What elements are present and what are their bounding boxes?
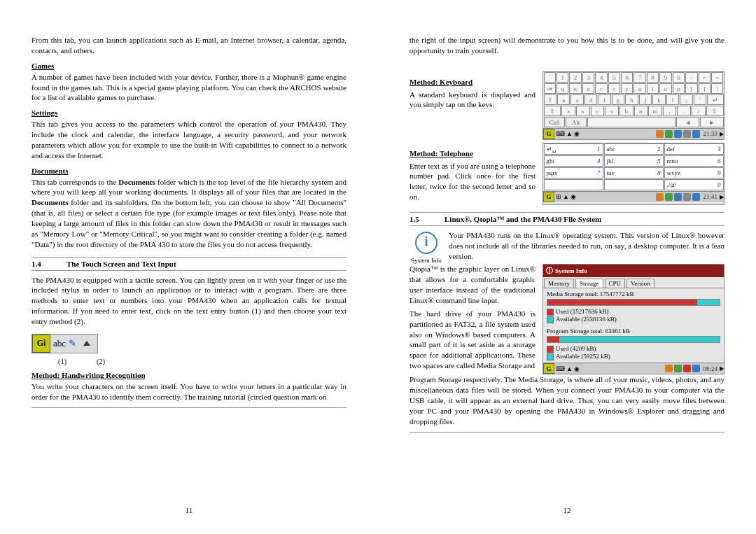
- key[interactable]: ,: [663, 106, 677, 116]
- key[interactable]: s: [570, 94, 583, 105]
- key[interactable]: 8: [647, 72, 659, 83]
- phone-keypad[interactable]: ↵␣1abc2def3 ghi4jkl5mno6 pqrs7tuv8wxyz9 …: [542, 143, 724, 205]
- key[interactable]: y: [621, 83, 633, 94]
- key[interactable]: d: [584, 94, 597, 105]
- tray-icon[interactable]: [674, 130, 682, 138]
- alt-key[interactable]: Alt: [566, 117, 587, 127]
- phone-key[interactable]: jkl5: [604, 155, 664, 167]
- tray-icon[interactable]: [683, 193, 691, 201]
- key[interactable]: w: [569, 83, 581, 94]
- key[interactable]: c: [591, 106, 605, 116]
- key[interactable]: 3: [582, 72, 594, 83]
- phone-key[interactable]: abc2: [604, 143, 664, 155]
- launcher-icon[interactable]: Gi: [32, 335, 50, 353]
- launcher-icon[interactable]: G: [543, 129, 554, 139]
- page-left: From this tab, you can launch applicatio…: [0, 0, 378, 534]
- key[interactable]: k: [652, 94, 665, 105]
- key[interactable]: 7: [634, 72, 645, 83]
- battery-icon[interactable]: [692, 130, 700, 138]
- battery-icon[interactable]: [692, 193, 700, 201]
- key[interactable]: 2: [569, 72, 581, 83]
- phone-key[interactable]: ./@0: [664, 179, 724, 190]
- key[interactable]: g: [612, 94, 624, 105]
- tab-memory[interactable]: Memory: [544, 279, 574, 288]
- shift-key[interactable]: ⇧: [706, 106, 724, 116]
- ctrl-key[interactable]: Ctrl: [544, 117, 565, 127]
- key[interactable]: r: [595, 83, 607, 94]
- tab-cpu[interactable]: CPU: [605, 279, 626, 288]
- key[interactable]: q: [556, 83, 568, 94]
- tabs: Memory Storage CPU Version: [543, 277, 724, 288]
- tray-icon[interactable]: [683, 365, 691, 372]
- tray-icon[interactable]: [665, 365, 673, 372]
- backspace-key[interactable]: ←: [711, 72, 723, 83]
- prog-used-legend: Used (4209 kB): [547, 345, 720, 353]
- key[interactable]: ►: [700, 117, 723, 127]
- battery-icon[interactable]: [692, 365, 700, 372]
- key[interactable]: p: [673, 83, 685, 94]
- key[interactable]: z: [561, 106, 575, 116]
- key[interactable]: \: [711, 83, 723, 94]
- key[interactable]: j: [639, 94, 652, 105]
- key[interactable]: 4: [595, 72, 607, 83]
- phone-key[interactable]: mno6: [664, 155, 724, 167]
- space-key[interactable]: [587, 117, 676, 127]
- key[interactable]: e: [582, 83, 594, 94]
- launcher-icon[interactable]: G: [543, 192, 554, 202]
- key[interactable]: ◄: [676, 117, 699, 127]
- key[interactable]: ': [694, 94, 706, 105]
- key[interactable]: ;: [680, 94, 692, 105]
- phone-key[interactable]: pqrs7: [544, 167, 603, 178]
- key[interactable]: 9: [659, 72, 671, 83]
- handwriting-icon[interactable]: abc: [50, 338, 69, 349]
- phone-key[interactable]: def3: [664, 143, 724, 155]
- enter-key[interactable]: ↵: [707, 94, 723, 105]
- key[interactable]: /: [692, 106, 706, 116]
- phone-key[interactable]: tuv8: [604, 167, 664, 178]
- tray-icon[interactable]: [665, 193, 673, 201]
- key[interactable]: ]: [699, 83, 710, 94]
- tray-icon[interactable]: [683, 130, 691, 138]
- media-used-legend: Used (15217636 kB): [547, 308, 720, 316]
- key[interactable]: b: [620, 106, 634, 116]
- method-menu-icon[interactable]: [83, 341, 90, 346]
- key[interactable]: x: [576, 106, 590, 116]
- tray-icon[interactable]: [674, 193, 682, 201]
- key[interactable]: 5: [608, 72, 620, 83]
- key[interactable]: 0: [673, 72, 685, 83]
- tab-storage[interactable]: Storage: [575, 279, 603, 288]
- key[interactable]: i: [647, 83, 659, 94]
- phone-key[interactable]: [604, 179, 664, 190]
- key[interactable]: f: [598, 94, 610, 105]
- tray-icon[interactable]: [656, 130, 664, 138]
- launcher-icon[interactable]: G: [543, 363, 554, 374]
- key[interactable]: =: [699, 72, 710, 83]
- phone-key[interactable]: ghi4: [544, 155, 603, 167]
- onscreen-keyboard[interactable]: `1234567890-=← ⇥qwertyuiop[]\ ⇧asdfghjkl…: [542, 71, 724, 140]
- key[interactable]: o: [659, 83, 671, 94]
- key[interactable]: 6: [621, 72, 633, 83]
- tab-version[interactable]: Version: [626, 279, 654, 288]
- phone-key[interactable]: [544, 179, 603, 190]
- key[interactable]: h: [625, 94, 638, 105]
- tray-icon[interactable]: [665, 130, 673, 138]
- key[interactable]: u: [634, 83, 645, 94]
- key[interactable]: -: [685, 72, 697, 83]
- key[interactable]: [: [685, 83, 697, 94]
- key[interactable]: n: [634, 106, 648, 116]
- phone-key[interactable]: ↵␣1: [544, 143, 603, 155]
- shift-key[interactable]: ⇧: [544, 106, 561, 116]
- tab-key[interactable]: ⇥: [544, 83, 556, 94]
- key[interactable]: .: [677, 106, 691, 116]
- key[interactable]: a: [557, 94, 570, 105]
- key[interactable]: l: [666, 94, 679, 105]
- key[interactable]: v: [605, 106, 619, 116]
- phone-key[interactable]: wxyz9: [664, 167, 724, 178]
- tray-icon[interactable]: [674, 365, 682, 372]
- tray-icon[interactable]: [656, 193, 664, 201]
- key[interactable]: m: [648, 106, 662, 116]
- key[interactable]: 1: [556, 72, 568, 83]
- key[interactable]: `: [544, 72, 556, 83]
- caps-key[interactable]: ⇧: [544, 94, 556, 105]
- key[interactable]: t: [608, 83, 620, 94]
